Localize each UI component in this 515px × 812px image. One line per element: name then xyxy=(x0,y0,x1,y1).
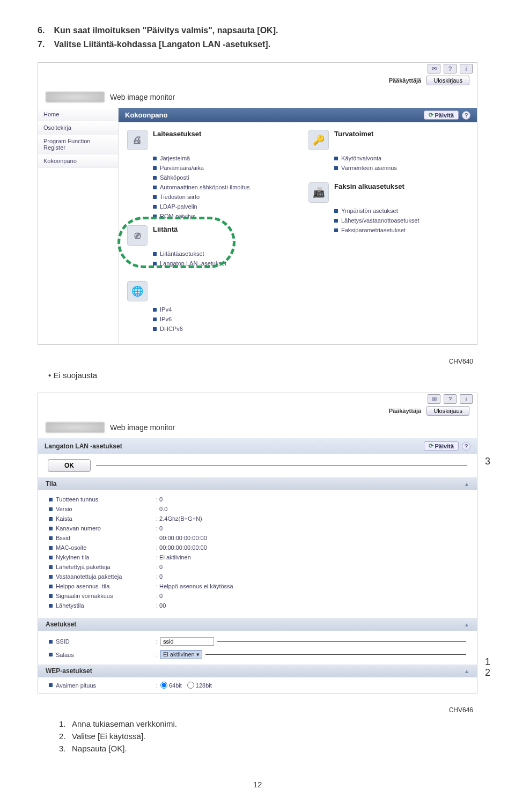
kv-lahetetty: Lähetettyjä paketteja: 0 xyxy=(49,562,466,572)
kv-nykyinen: Nykyinen tila: Ei aktiivinen xyxy=(49,552,466,562)
callout-2: 2 xyxy=(485,667,490,678)
callout-1: 1 xyxy=(485,656,490,668)
sub-instr-2: 2.Valitse [Ei käytössä]. xyxy=(59,732,477,741)
app-title-2: Web image monitor xyxy=(110,423,175,432)
brand-logo-2 xyxy=(46,422,105,433)
instr-num-7: 7. xyxy=(38,40,52,49)
mail-icon-2[interactable]: ✉ xyxy=(428,394,440,404)
callout-3: 3 xyxy=(485,456,490,467)
refresh-button-2[interactable]: ⟳Päivitä xyxy=(424,441,459,451)
radio-128bit[interactable]: 128bit xyxy=(187,682,212,689)
kv-mac: MAC-osoite: 00:00:00:00:00:00 xyxy=(49,543,466,552)
screenshot-kokoonpano: ✉ ? i Pääkäyttäjä Uloskirjaus Web image … xyxy=(38,62,477,345)
kv-lahetystila: Lähetystila: 00 xyxy=(49,601,466,610)
bullet-ei-suojausta: • Ei suojausta xyxy=(48,371,477,380)
kv-bssid: Bssid: 00:00:00:00:00:00 xyxy=(49,533,466,543)
sidebar-item-home[interactable]: Home xyxy=(38,108,118,121)
app-title: Web image monitor xyxy=(110,93,175,101)
kv-tuote: Tuotteen tunnus: 0 xyxy=(49,494,466,504)
radio-64bit[interactable]: 64bit xyxy=(160,682,182,689)
screenshot-langaton-settings: ✉ ? i Pääkäyttäjä Uloskirjaus Web image … xyxy=(38,393,477,693)
kv-kanava: Kanavan numero: 0 xyxy=(49,523,466,533)
brand-logo xyxy=(46,92,105,102)
title-row: Web image monitor xyxy=(38,86,477,108)
link-ipv4[interactable]: IPv4 xyxy=(153,305,287,314)
section-faksi: 📠 Faksin alkuasetukset xyxy=(308,182,468,203)
user-row-2: Pääkäyttäjä Uloskirjaus xyxy=(38,405,477,417)
collapse-icon-3[interactable]: ▲ xyxy=(464,668,469,674)
topbar-2: ✉ ? i xyxy=(38,393,477,405)
instruction-6: 6. Kun saat ilmoituksen "Päivitys valmis… xyxy=(38,26,477,35)
ssid-label: SSID xyxy=(56,638,70,645)
link-lahetys[interactable]: Lähetys/vastaanottoasetukset xyxy=(334,216,468,225)
panel-help-icon-2[interactable]: ? xyxy=(462,442,470,451)
instr-text-7: Valitse Liitäntä-kohdassa [Langaton LAN … xyxy=(54,40,270,49)
chevron-down-icon: ▾ xyxy=(196,651,200,658)
panel-help-icon[interactable]: ? xyxy=(462,111,470,120)
link-ipv6[interactable]: IPv6 xyxy=(153,314,287,324)
link-varmenne[interactable]: Varmenteen asennus xyxy=(334,163,468,173)
link-ldap[interactable]: LDAP-palvelin xyxy=(153,202,287,211)
kv-versio: Versio: 0.0 xyxy=(49,504,466,514)
callout-line-1 xyxy=(217,641,466,642)
panel-title: Kokoonpano xyxy=(125,111,167,119)
sidebar-item-kokoonpano[interactable]: Kokoonpano xyxy=(38,154,118,168)
ssid-input[interactable] xyxy=(160,637,214,646)
page-number: 12 xyxy=(38,780,477,789)
link-langaton-lan[interactable]: Langaton LAN -asetukset xyxy=(153,259,287,268)
salaus-label: Salaus xyxy=(56,652,74,658)
kv-vastaan: Vastaanotettuja paketteja: 0 xyxy=(49,572,466,581)
sidebar-item-program[interactable]: Program Function Register xyxy=(38,135,118,154)
sidebar: Home Osoitekirja Program Function Regist… xyxy=(38,108,119,344)
help-icon[interactable]: ? xyxy=(444,64,457,73)
link-sahkoposti[interactable]: Sähköposti xyxy=(153,173,287,182)
logout-button[interactable]: Uloskirjaus xyxy=(426,76,469,85)
link-dhcpv6[interactable]: DHCPv6 xyxy=(153,324,287,334)
link-tiedoston-siirto[interactable]: Tiedoston siirto xyxy=(153,192,287,202)
printer-icon: 🖨 xyxy=(127,130,148,150)
logout-button-2[interactable]: Uloskirjaus xyxy=(426,406,469,416)
link-liitanta-asetukset[interactable]: Liitäntäasetukset xyxy=(153,249,287,259)
instruction-7: 7. Valitse Liitäntä-kohdassa [Langaton L… xyxy=(38,40,477,49)
collapse-icon-2[interactable]: ▲ xyxy=(464,622,469,628)
instr-num-6: 6. xyxy=(38,26,52,35)
kv-signaali: Signaalin voimakkuus: 0 xyxy=(49,591,466,601)
section-laiteasetukset: 🖨 Laiteasetukset xyxy=(127,130,287,150)
kv-helppo: Helppo asennus -tila: Helppö asennus ei … xyxy=(49,581,466,591)
collapse-icon[interactable]: ▲ xyxy=(464,481,469,487)
image-code-2: CHV646 xyxy=(38,706,473,714)
link-jarjestelma[interactable]: Järjestelmä xyxy=(153,153,287,163)
panel-header-2: Langaton LAN -asetukset ⟳Päivitä ? xyxy=(38,438,477,454)
link-rom[interactable]: ROM-päivitys xyxy=(153,211,287,221)
image-code-1: CHV640 xyxy=(38,358,473,365)
panel-title-2: Langaton LAN -asetukset xyxy=(45,442,122,450)
interface-icon: ⎚ xyxy=(127,225,148,246)
section-liit-label: Liitäntä xyxy=(153,225,178,233)
refresh-button[interactable]: ⟳Päivitä xyxy=(424,110,459,120)
section-turvatoimet: 🔑 Turvatoimet xyxy=(308,130,468,150)
info-icon[interactable]: i xyxy=(460,64,473,73)
salaus-select[interactable]: Ei aktiivinen ▾ xyxy=(160,650,202,659)
link-ymparisto[interactable]: Ympäristön asetukset xyxy=(334,206,468,216)
avain-label: Avaimen pituus xyxy=(56,682,96,689)
section-tila-bar: Tila▲ xyxy=(38,477,477,490)
link-paivamaara[interactable]: Päivämäärä/aika xyxy=(153,163,287,173)
section-faksi-label: Faksin alkuasetukset xyxy=(334,182,404,190)
link-auto-sahkoposti[interactable]: Automaattinen sähköposti-ilmoitus xyxy=(153,182,287,192)
section-asetukset-bar: Asetukset▲ xyxy=(38,618,477,631)
info-icon-2[interactable]: i xyxy=(460,394,473,404)
section-laite-label: Laiteasetukset xyxy=(153,130,201,138)
mail-icon[interactable]: ✉ xyxy=(428,64,440,73)
link-kaytonvalvonta[interactable]: Käytönvalvonta xyxy=(334,153,468,163)
link-faksiparam[interactable]: Faksiparametriasetukset xyxy=(334,225,468,235)
fax-icon: 📠 xyxy=(308,182,329,203)
title-row-2: Web image monitor xyxy=(38,417,477,438)
ok-button[interactable]: OK xyxy=(48,459,91,472)
sidebar-item-osoitekirja[interactable]: Osoitekirja xyxy=(38,121,118,135)
role-label: Pääkäyttäjä xyxy=(389,77,422,84)
user-row: Pääkäyttäjä Uloskirjaus xyxy=(38,75,477,86)
section-liitanta: ⎚ Liitäntä xyxy=(127,225,287,246)
section-turva-label: Turvatoimet xyxy=(334,130,373,138)
help-icon-2[interactable]: ? xyxy=(444,394,457,404)
sub-instr-3: 3.Napsauta [OK]. xyxy=(59,744,477,753)
